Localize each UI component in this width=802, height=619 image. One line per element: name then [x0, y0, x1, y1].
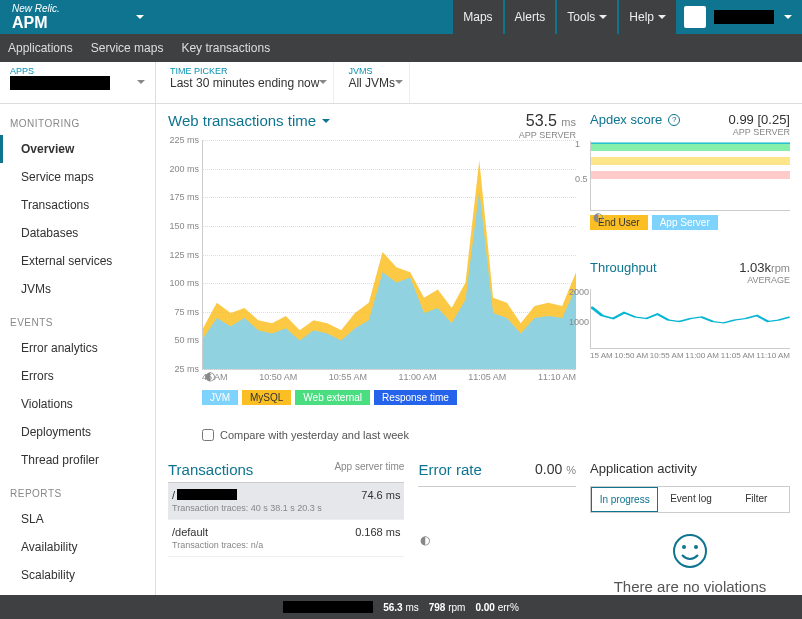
no-violations-text: There are no violations [590, 578, 790, 595]
chevron-down-icon [395, 80, 403, 84]
chevron-down-icon [319, 80, 327, 84]
transaction-row[interactable]: / 74.6 ms Transaction traces: 40 s 38.1 … [168, 483, 404, 520]
subnav-applications[interactable]: Applications [8, 41, 73, 55]
top-bar: New Relic. APM Maps Alerts Tools Help [0, 0, 802, 34]
activity-tabs: In progress Event log Filter [590, 486, 790, 513]
footer-app-name[interactable] [283, 601, 373, 613]
sidebar-item-databases[interactable]: Databases [0, 219, 155, 247]
transactions-subtitle: App server time [334, 461, 404, 478]
sidebar-heading-monitoring: MONITORING [0, 104, 155, 135]
jvm-label: JVMS [348, 66, 395, 76]
chevron-down-icon [599, 15, 607, 19]
jvm-value: All JVMs [348, 76, 395, 90]
sidebar: MONITORING Overview Service maps Transac… [0, 104, 156, 619]
tab-in-progress[interactable]: In progress [591, 487, 658, 512]
compare-checkbox-input[interactable] [202, 429, 214, 441]
svg-point-0 [674, 535, 706, 567]
web-transactions-value: 53.5 [526, 112, 557, 129]
info-icon[interactable]: ? [668, 114, 680, 126]
tab-event-log[interactable]: Event log [658, 487, 723, 512]
sidebar-item-thread-profiler[interactable]: Thread profiler [0, 446, 155, 474]
sidebar-item-deployments[interactable]: Deployments [0, 418, 155, 446]
chevron-down-icon [137, 80, 145, 84]
legend-app-server[interactable]: App Server [652, 215, 718, 230]
chevron-down-icon [136, 15, 144, 19]
app-selector[interactable]: APPS [0, 62, 156, 103]
throughput-chart[interactable]: 2000 1000 [590, 289, 790, 349]
legend-response-time[interactable]: Response time [374, 390, 457, 405]
avatar[interactable] [684, 6, 706, 28]
activity-title: Application activity [590, 461, 790, 476]
nav-help[interactable]: Help [619, 0, 676, 34]
web-transactions-card: Web transactions time 53.5 ms APP SERVER… [168, 112, 576, 441]
sidebar-heading-events: EVENTS [0, 303, 155, 334]
compare-checkbox[interactable]: Compare with yesterday and last week [202, 429, 576, 441]
tab-filter[interactable]: Filter [724, 487, 789, 512]
brand-switcher[interactable]: New Relic. APM [0, 3, 156, 32]
user-name[interactable] [714, 10, 774, 24]
subnav-key-transactions[interactable]: Key transactions [181, 41, 270, 55]
legend-mysql[interactable]: MySQL [242, 390, 291, 405]
chevron-down-icon [658, 15, 666, 19]
apdex-chart[interactable]: 1 0.5 ◐ [590, 141, 790, 211]
time-picker-label: TIME PICKER [170, 66, 319, 76]
footer-bar: 56.3 ms 798 rpm 0.00 err% [0, 595, 802, 619]
sidebar-item-error-analytics[interactable]: Error analytics [0, 334, 155, 362]
throughput-value: 1.03k [739, 260, 771, 275]
web-transactions-title[interactable]: Web transactions time [168, 112, 330, 129]
time-picker-value: Last 30 minutes ending now [170, 76, 319, 90]
apdex-value: 0.99 [0.25] [729, 112, 790, 127]
transactions-title: Transactions [168, 461, 253, 478]
sidebar-item-transactions[interactable]: Transactions [0, 191, 155, 219]
throughput-sub: AVERAGE [739, 275, 790, 285]
main-content: Web transactions time 53.5 ms APP SERVER… [156, 104, 802, 619]
nav-tools[interactable]: Tools [557, 0, 617, 34]
apdex-card: Apdex score ? 0.99 [0.25] APP SERVER 1 0… [590, 112, 790, 230]
transaction-traces: Transaction traces: n/a [172, 540, 400, 550]
chevron-down-icon[interactable] [784, 15, 792, 19]
sidebar-item-errors[interactable]: Errors [0, 362, 155, 390]
sidebar-item-availability[interactable]: Availability [0, 533, 155, 561]
sidebar-item-jvms[interactable]: JVMs [0, 275, 155, 303]
transaction-row[interactable]: /default 0.168 ms Transaction traces: n/… [168, 520, 404, 557]
transaction-time: 0.168 ms [355, 526, 400, 538]
apdex-sub: APP SERVER [729, 127, 790, 137]
sidebar-item-service-maps[interactable]: Service maps [0, 163, 155, 191]
sidebar-heading-reports: REPORTS [0, 474, 155, 505]
chart-toggle-icon[interactable]: ◐ [593, 210, 603, 224]
transaction-name: /default [172, 526, 208, 538]
error-rate-value: 0.00 [535, 461, 562, 477]
sidebar-item-sla[interactable]: SLA [0, 505, 155, 533]
error-rate-unit: % [566, 464, 576, 476]
svg-point-1 [682, 545, 686, 549]
error-rate-title: Error rate [418, 461, 481, 478]
chart-toggle-icon[interactable]: ◐ [205, 369, 215, 383]
web-transactions-sub: APP SERVER [519, 130, 576, 140]
chevron-down-icon [322, 119, 330, 123]
nav-alerts[interactable]: Alerts [505, 0, 556, 34]
sidebar-item-violations[interactable]: Violations [0, 390, 155, 418]
chart-legend: JVM MySQL Web external Response time [202, 390, 576, 405]
time-picker[interactable]: TIME PICKER Last 30 minutes ending now [156, 62, 334, 103]
sidebar-item-scalability[interactable]: Scalability [0, 561, 155, 589]
legend-jvm[interactable]: JVM [202, 390, 238, 405]
brand-name: APM [12, 14, 60, 32]
throughput-unit: rpm [771, 262, 790, 274]
nav-maps[interactable]: Maps [453, 0, 502, 34]
brand-product-label: New Relic. [12, 3, 60, 14]
throughput-card: Throughput 1.03krpm AVERAGE 2000 1000 15… [590, 260, 790, 360]
app-name [10, 76, 110, 90]
svg-point-2 [694, 545, 698, 549]
subnav-service-maps[interactable]: Service maps [91, 41, 164, 55]
sidebar-item-overview[interactable]: Overview [0, 135, 155, 163]
sub-nav: Applications Service maps Key transactio… [0, 34, 802, 62]
jvm-picker[interactable]: JVMS All JVMs [334, 62, 410, 103]
web-transactions-chart[interactable]: 225 ms200 ms175 ms150 ms125 ms100 ms75 m… [202, 140, 576, 370]
apdex-title: Apdex score [590, 112, 662, 127]
throughput-title: Throughput [590, 260, 657, 275]
legend-web-external[interactable]: Web external [295, 390, 370, 405]
chart-toggle-icon[interactable]: ◐ [420, 533, 430, 547]
sidebar-item-external[interactable]: External services [0, 247, 155, 275]
transaction-time: 74.6 ms [361, 489, 400, 501]
web-transactions-unit: ms [561, 116, 576, 128]
